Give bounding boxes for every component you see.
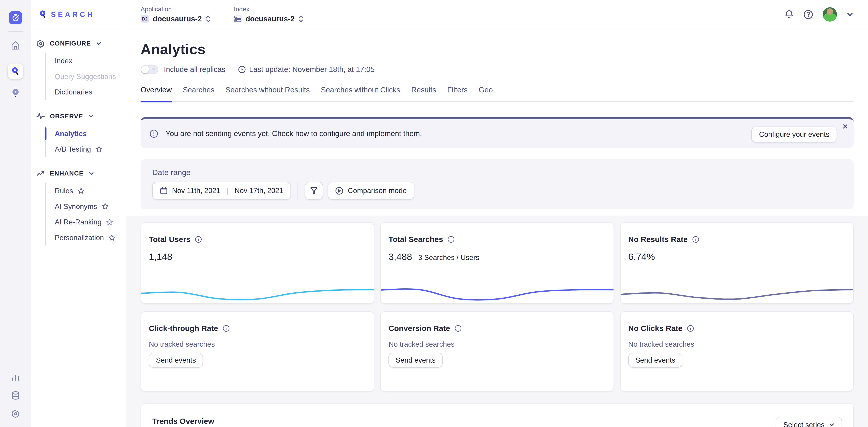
chevron-down-icon: [88, 113, 94, 119]
sidebar-item-ab-testing[interactable]: A/B Testing: [46, 141, 126, 157]
page-title: Analytics: [141, 41, 854, 57]
application-name: docusaurus-2: [153, 14, 202, 23]
activity-pulse-icon: [36, 112, 45, 120]
toggle-label: Include all replicas: [164, 65, 225, 74]
tab-searches[interactable]: Searches: [183, 86, 214, 101]
item-label: AI Re-Ranking: [55, 218, 101, 226]
select-series-button[interactable]: Select series: [776, 417, 842, 427]
chevron-down-icon: [96, 41, 101, 46]
date-range-button[interactable]: Nov 11th, 2021 | Nov 17th, 2021: [152, 182, 291, 200]
tab-geo[interactable]: Geo: [479, 86, 493, 101]
user-avatar[interactable]: [823, 7, 837, 22]
info-circle-icon: [150, 129, 158, 138]
send-events-button[interactable]: Send events: [389, 353, 443, 368]
info-icon[interactable]: [455, 325, 462, 332]
timer-app-icon[interactable]: [9, 11, 22, 24]
info-icon[interactable]: [692, 236, 700, 243]
sidebar-item-index[interactable]: Index: [46, 53, 126, 69]
application-label: Application: [141, 6, 211, 13]
tab-results[interactable]: Results: [411, 86, 436, 101]
item-label: AI Synonyms: [55, 202, 97, 211]
tab-filters[interactable]: Filters: [447, 86, 467, 101]
total-users-sparkline: [141, 288, 374, 301]
empty-state-text: No tracked searches: [628, 340, 844, 349]
info-icon[interactable]: [687, 325, 694, 332]
star-icon[interactable]: [108, 234, 116, 241]
sidebar-section-configure[interactable]: CONFIGURE: [36, 39, 126, 47]
include-replicas-toggle[interactable]: ✕: [141, 65, 158, 74]
help-icon[interactable]: [803, 9, 813, 20]
star-icon[interactable]: [106, 219, 113, 226]
index-label: Index: [234, 6, 304, 13]
card-title: No Clicks Rate: [628, 324, 683, 333]
item-label: A/B Testing: [55, 145, 91, 154]
card-title: Conversion Rate: [389, 324, 450, 333]
sidebar-section-observe[interactable]: OBSERVE: [36, 112, 126, 120]
star-icon[interactable]: [95, 146, 103, 153]
item-label: Query Suggestions: [55, 72, 116, 81]
events-banner: You are not sending events yet. Check ho…: [141, 117, 854, 148]
index-value[interactable]: docusaurus-2: [234, 14, 304, 23]
search-pin-icon: [39, 10, 47, 19]
close-icon[interactable]: ✕: [842, 123, 848, 130]
sidebar-item-query-suggestions[interactable]: Query Suggestions: [46, 69, 126, 85]
tab-overview[interactable]: Overview: [141, 86, 172, 101]
index-name: docusaurus-2: [246, 14, 294, 23]
sidebar-section-enhance[interactable]: ENHANCE: [36, 169, 126, 177]
index-selector: Index docusaurus-2: [234, 6, 304, 23]
banner-message: You are not sending events yet. Check ho…: [166, 129, 422, 138]
comparison-mode-label: Comparison mode: [348, 187, 407, 195]
bell-icon[interactable]: [784, 9, 794, 20]
recommend-lightbulb-icon[interactable]: [11, 88, 20, 98]
updown-stepper-icon[interactable]: [299, 15, 304, 23]
sidebar-item-rules[interactable]: Rules: [46, 183, 126, 199]
info-icon[interactable]: [223, 325, 230, 332]
home-icon[interactable]: [11, 41, 20, 50]
tab-searches-without-clicks[interactable]: Searches without Clicks: [321, 86, 400, 101]
application-value[interactable]: D2 docusaurus-2: [141, 14, 211, 23]
analytics-dashboard: SEARCH CONFIGURE Index Query Suggestions…: [0, 0, 868, 427]
card-value: 1,148: [149, 252, 172, 262]
database-icon[interactable]: [11, 391, 20, 400]
rail-divider: [8, 31, 23, 32]
info-icon[interactable]: [447, 236, 455, 243]
updown-stepper-icon[interactable]: [206, 15, 211, 23]
configure-events-button[interactable]: Configure your events: [751, 127, 837, 142]
sidebar-item-personalization[interactable]: Personalization: [46, 230, 126, 245]
select-series-label: Select series: [783, 421, 825, 427]
empty-state-text: No tracked searches: [389, 340, 604, 349]
usage-chart-icon[interactable]: [11, 373, 20, 382]
star-icon[interactable]: [102, 203, 109, 210]
search-logo[interactable]: SEARCH: [31, 0, 126, 29]
trends-overview-card: Trends Overview Select series: [141, 403, 854, 427]
card-title: Total Users: [149, 235, 190, 244]
account-chevron-down-icon[interactable]: [846, 11, 854, 18]
settings-gear-icon[interactable]: [11, 409, 20, 418]
date-range-label: Date range: [152, 168, 842, 177]
section-label-configure: CONFIGURE: [50, 40, 91, 47]
search-product-icon-active[interactable]: [8, 64, 23, 79]
filter-button[interactable]: [305, 182, 323, 200]
section-label-enhance: ENHANCE: [50, 170, 84, 177]
sidebar-item-analytics[interactable]: Analytics: [46, 126, 126, 141]
sidebar-item-ai-re-ranking[interactable]: AI Re-Ranking: [46, 215, 126, 230]
last-update: Last update: November 18th, at 17:05: [238, 65, 375, 74]
item-label: Analytics: [55, 130, 87, 138]
chevron-down-icon: [829, 422, 835, 427]
send-events-button[interactable]: Send events: [149, 353, 203, 368]
comparison-mode-button[interactable]: Comparison mode: [328, 182, 414, 200]
trending-up-icon: [36, 169, 45, 177]
conversion-rate-card: Conversion Rate No tracked searches Send…: [380, 311, 614, 392]
send-events-button[interactable]: Send events: [628, 353, 683, 368]
card-title: No Results Rate: [628, 235, 688, 244]
total-users-card: Total Users 1,148: [141, 222, 374, 303]
trends-title: Trends Overview: [152, 417, 214, 426]
card-value: 3,488: [389, 252, 412, 262]
sidebar-item-ai-synonyms[interactable]: AI Synonyms: [46, 199, 126, 215]
play-circle-icon: [335, 187, 343, 195]
info-icon[interactable]: [195, 236, 202, 243]
card-value: 6.74%: [628, 252, 655, 262]
tab-searches-without-results[interactable]: Searches without Results: [225, 86, 310, 101]
star-icon[interactable]: [78, 187, 85, 195]
sidebar-item-dictionaries[interactable]: Dictionaries: [46, 84, 126, 100]
